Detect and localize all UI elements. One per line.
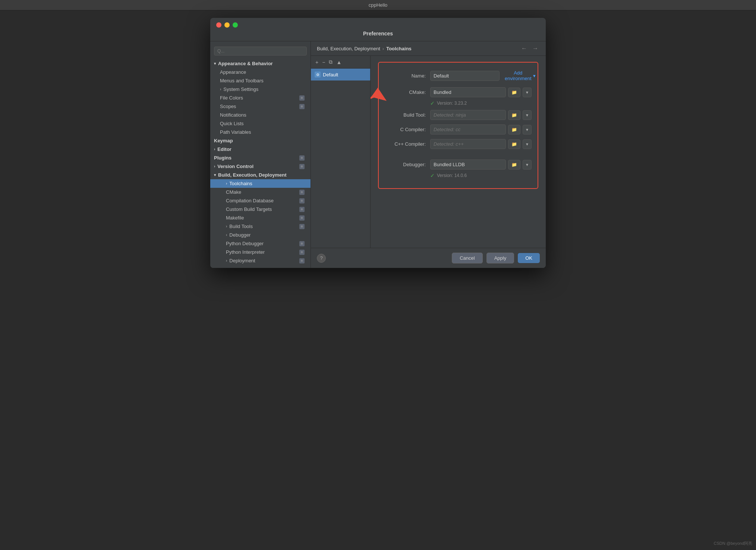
badge-icon: ≡: [299, 250, 305, 255]
toolchain-item-default[interactable]: ⚙ Default: [311, 69, 370, 80]
maximize-button[interactable]: [233, 22, 238, 28]
sidebar-item-build-tools[interactable]: › Build Tools ≡: [210, 222, 311, 231]
apply-button[interactable]: Apply: [486, 253, 514, 263]
sidebar-item-debugger[interactable]: › Debugger: [210, 231, 311, 239]
badge-icon: ≡: [299, 258, 305, 263]
breadcrumb-nav: ← →: [520, 45, 540, 52]
watermark: CSDN @beyond阿亮: [714, 541, 752, 546]
moveup-toolchain-button[interactable]: ▲: [335, 59, 343, 66]
copy-toolchain-button[interactable]: ⧉: [327, 58, 334, 66]
breadcrumb-bar: Build, Execution, Deployment › Toolchain…: [311, 41, 546, 56]
build-tool-dropdown-button[interactable]: ▾: [523, 110, 532, 120]
app-title: cppHello: [369, 2, 388, 8]
c-compiler-dropdown-button[interactable]: ▾: [523, 125, 532, 135]
debugger-version-check-icon: ✓: [430, 173, 435, 178]
sidebar-item-system-settings[interactable]: › System Settings: [210, 85, 311, 94]
window-controls: [210, 18, 546, 28]
nav-back-button[interactable]: ←: [520, 45, 529, 52]
remove-toolchain-button[interactable]: −: [321, 59, 327, 66]
debugger-folder-button[interactable]: 📁: [508, 160, 520, 170]
sidebar-item-version-control[interactable]: › Version Control ≡: [210, 162, 311, 171]
chevron-right-icon: ›: [226, 233, 227, 237]
debugger-dropdown-button[interactable]: ▾: [523, 160, 532, 170]
toolchain-detail: Name: Add environment ▾: [371, 56, 546, 248]
add-environment-button[interactable]: Add environment ▾: [502, 69, 539, 83]
minimize-button[interactable]: [224, 22, 230, 28]
badge-icon: ≡: [299, 104, 305, 109]
sidebar-item-cmake[interactable]: CMake ≡: [210, 188, 311, 196]
sidebar-item-keymap[interactable]: Keymap: [210, 136, 311, 145]
badge-icon: ≡: [299, 155, 305, 161]
sidebar-item-python-debugger[interactable]: Python Debugger ≡: [210, 239, 311, 248]
c-compiler-folder-button[interactable]: 📁: [508, 125, 520, 135]
sidebar-item-path-variables[interactable]: Path Variables: [210, 128, 311, 136]
build-tool-row: Build Tool: 📁 ▾: [385, 110, 532, 120]
debugger-version-row: ✓ Version: 14.0.6: [430, 173, 532, 178]
add-toolchain-button[interactable]: +: [314, 59, 320, 66]
dialog-title: Preferences: [210, 28, 546, 41]
debugger-version-text: Version: 14.0.6: [437, 173, 467, 178]
toolchain-list: + − ⧉ ▲ ⚙ Default: [311, 56, 371, 248]
sidebar-item-compilation-database[interactable]: Compilation Database ≡: [210, 196, 311, 205]
debugger-control: 📁 ▾: [430, 159, 532, 170]
badge-icon: ≡: [299, 164, 305, 169]
cmake-input[interactable]: [430, 87, 506, 97]
c-compiler-control: 📁 ▾: [430, 124, 532, 135]
sidebar-item-deployment[interactable]: › Deployment ≡: [210, 256, 311, 265]
cpp-compiler-folder-button[interactable]: 📁: [508, 139, 520, 149]
build-tool-folder-button[interactable]: 📁: [508, 110, 520, 120]
sidebar-item-file-colors[interactable]: File Colors ≡: [210, 94, 311, 102]
cpp-compiler-control: 📁 ▾: [430, 139, 532, 149]
search-input[interactable]: [214, 47, 307, 56]
title-bar: cppHello: [0, 0, 756, 10]
badge-icon: ≡: [299, 198, 305, 203]
dialog-footer: ? Cancel Apply OK: [311, 248, 546, 268]
c-compiler-input[interactable]: [430, 124, 506, 135]
cmake-version-check-icon: ✓: [430, 100, 435, 106]
build-tool-input[interactable]: [430, 110, 506, 120]
cpp-compiler-label: C++ Compiler:: [385, 141, 426, 147]
cmake-control: 📁 ▾: [430, 87, 532, 97]
main-panel: Build, Execution, Deployment › Toolchain…: [311, 41, 546, 268]
cancel-button[interactable]: Cancel: [452, 253, 482, 263]
sidebar-item-python-interpreter[interactable]: Python Interpreter ≡: [210, 248, 311, 256]
cmake-version-row: ✓ Version: 3.23.2: [430, 100, 532, 106]
help-button[interactable]: ?: [317, 254, 326, 263]
toolchain-area: + − ⧉ ▲ ⚙ Default: [311, 56, 546, 248]
sidebar-item-menus-toolbars[interactable]: Menus and Toolbars: [210, 76, 311, 85]
name-row: Name: Add environment ▾: [385, 69, 532, 83]
cpp-compiler-dropdown-button[interactable]: ▾: [523, 139, 532, 149]
badge-icon: ≡: [299, 241, 305, 246]
sidebar-item-appearance[interactable]: Appearance: [210, 68, 311, 76]
name-input[interactable]: [430, 71, 500, 81]
debugger-input[interactable]: [430, 159, 506, 170]
close-button[interactable]: [216, 22, 221, 28]
c-compiler-label: C Compiler:: [385, 127, 426, 132]
sidebar-item-makefile[interactable]: Makefile ≡: [210, 214, 311, 222]
sidebar-item-appearance-behavior[interactable]: ▾ Appearance & Behavior: [210, 59, 311, 68]
sidebar-item-custom-build-targets[interactable]: Custom Build Targets ≡: [210, 205, 311, 214]
cmake-version-text: Version: 3.23.2: [437, 101, 467, 106]
sidebar-item-toolchains[interactable]: › Toolchains: [210, 179, 311, 188]
sidebar-item-editor[interactable]: › Editor: [210, 145, 311, 154]
sidebar-item-plugins[interactable]: Plugins ≡: [210, 154, 311, 162]
chevron-down-icon: ▾: [214, 173, 216, 177]
sidebar-item-scopes[interactable]: Scopes ≡: [210, 102, 311, 111]
badge-icon: ≡: [299, 224, 305, 229]
name-control: Add environment ▾: [430, 69, 539, 83]
nav-forward-button[interactable]: →: [531, 45, 540, 52]
sidebar-item-build-exec-deploy[interactable]: ▾ Build, Execution, Deployment: [210, 171, 311, 179]
ok-button[interactable]: OK: [518, 253, 540, 263]
chevron-right-icon: ›: [226, 224, 227, 228]
sidebar-item-quick-lists[interactable]: Quick Lists: [210, 119, 311, 128]
cmake-folder-button[interactable]: 📁: [508, 88, 520, 97]
cmake-dropdown-button[interactable]: ▾: [523, 88, 532, 97]
cmake-row: CMake: 📁 ▾: [385, 87, 532, 97]
sidebar-item-notifications[interactable]: Notifications: [210, 111, 311, 119]
sidebar: ▾ Appearance & Behavior Appearance Menus…: [210, 41, 311, 268]
build-tool-control: 📁 ▾: [430, 110, 532, 120]
c-compiler-row: C Compiler: 📁 ▾: [385, 124, 532, 135]
cpp-compiler-input[interactable]: [430, 139, 506, 149]
breadcrumb-separator: ›: [382, 46, 384, 51]
search-bar[interactable]: [210, 44, 311, 58]
